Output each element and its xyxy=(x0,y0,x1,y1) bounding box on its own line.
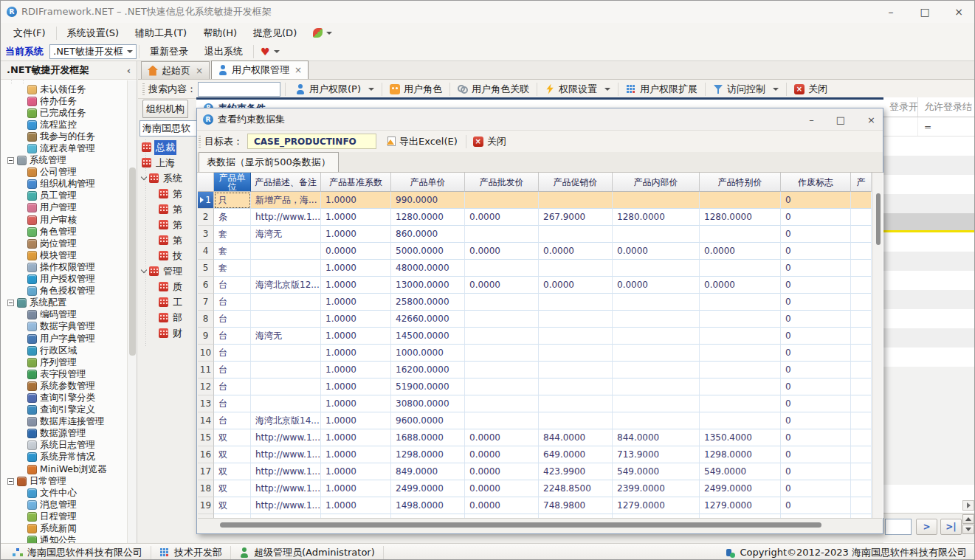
grid-cell[interactable]: 0 xyxy=(781,378,851,395)
grid-cell[interactable]: http://www.1... xyxy=(251,463,321,480)
grid-cell[interactable] xyxy=(613,395,700,412)
pager-spin-up-button[interactable] xyxy=(962,514,974,524)
grid-cell[interactable]: 台 xyxy=(214,345,251,362)
grid-cell[interactable] xyxy=(465,260,539,277)
grid-cell[interactable] xyxy=(251,395,321,412)
grid-cell[interactable]: 1.0000 xyxy=(321,412,391,429)
grid-cell[interactable] xyxy=(613,294,700,311)
grid-cell[interactable]: 1.0000 xyxy=(321,277,391,294)
grid-cell[interactable] xyxy=(539,311,613,328)
grid-cell[interactable] xyxy=(539,192,613,209)
grid-cell[interactable] xyxy=(851,362,872,378)
grid-cell[interactable] xyxy=(851,429,872,446)
sidebar-tree-item[interactable]: 未认领任务 xyxy=(1,83,127,95)
grid-cell[interactable]: 1.0000 xyxy=(321,480,391,497)
grid-row-indicator[interactable]: 2 xyxy=(198,209,214,226)
org-structure-tab[interactable]: 组织机构 xyxy=(142,100,188,118)
grid-cell[interactable]: 13000.0000 xyxy=(391,277,465,294)
grid-column-header[interactable]: 产品特别价 xyxy=(700,173,781,192)
grid-cell[interactable]: 2399.0000 xyxy=(613,480,700,497)
grid-cell[interactable] xyxy=(539,395,613,412)
grid-row[interactable]: 7台1.000025800.00000 xyxy=(198,294,883,311)
grid-cell[interactable] xyxy=(465,226,539,243)
grid-cell[interactable]: 0 xyxy=(781,277,851,294)
grid-row[interactable]: 10台1.00001000.00000 xyxy=(198,345,883,362)
grid-cell[interactable]: 549.0000 xyxy=(613,463,700,480)
grid-cell[interactable]: 1.0000 xyxy=(321,260,391,277)
grid-row[interactable]: 8台1.000042660.00000 xyxy=(198,311,883,328)
grid-cell[interactable]: 48000.0000 xyxy=(391,260,465,277)
sidebar-tree-item[interactable]: 系统异常情况 xyxy=(1,452,127,463)
grid-cell[interactable]: 套 xyxy=(214,260,251,277)
grid-cell[interactable] xyxy=(851,345,872,362)
grid-cell[interactable]: 新增产品，海... xyxy=(251,192,321,209)
grid-row[interactable]: 1只新增产品，海...1.0000990.00000 xyxy=(198,192,883,209)
org-tree-item[interactable]: 系统 xyxy=(139,170,197,186)
grid-row-indicator[interactable]: 15 xyxy=(198,429,214,446)
pager-last-button[interactable]: >| xyxy=(940,519,962,535)
org-tree-item[interactable]: 第 xyxy=(139,201,197,217)
grid-cell[interactable]: 1000.0000 xyxy=(391,345,465,362)
exit-system-button[interactable]: 退出系统 xyxy=(196,42,251,61)
grid-cell[interactable]: 0.0000 xyxy=(700,277,781,294)
sidebar-tree-item[interactable]: 系统配置 xyxy=(1,297,127,309)
grid-cell[interactable]: 0 xyxy=(781,446,851,463)
grid-row-indicator[interactable]: 9 xyxy=(198,328,214,345)
grid-cell[interactable]: 1279.0000 xyxy=(613,497,700,514)
org-tree-item[interactable]: 部 xyxy=(139,310,197,325)
org-tree-item[interactable]: 管理 xyxy=(139,263,197,279)
grid-cell[interactable]: 海湾北京版12... xyxy=(251,277,321,294)
org-tree-item[interactable]: 第 xyxy=(139,232,197,248)
sidebar-tree-item[interactable]: 数据字典管理 xyxy=(1,321,127,333)
grid-row-indicator[interactable]: 5 xyxy=(198,260,214,277)
grid-cell[interactable]: 台 xyxy=(214,294,251,311)
grid-cell[interactable]: 套 xyxy=(214,226,251,243)
grid-cell[interactable] xyxy=(465,294,539,311)
grid-row[interactable]: 12台1.000051900.00000 xyxy=(198,378,883,395)
grid-row-indicator[interactable]: 4 xyxy=(198,243,214,260)
org-tree-item[interactable]: 第 xyxy=(139,217,197,232)
grid-hscroll-thumb[interactable] xyxy=(220,522,821,528)
grid-cell[interactable]: 549.0000 xyxy=(700,463,781,480)
grid-cell[interactable]: 海湾北京版14... xyxy=(251,412,321,429)
grid-cell[interactable]: 849.0000 xyxy=(391,463,465,480)
org-tree-item[interactable]: 质 xyxy=(139,279,197,294)
grid-cell[interactable]: 台 xyxy=(214,277,251,294)
grid-column-header[interactable]: 产品批发价 xyxy=(465,173,539,192)
sidebar-tree-item[interactable]: 用户审核 xyxy=(1,214,127,226)
grid-cell[interactable] xyxy=(613,362,700,378)
grid-cell[interactable]: 0.0000 xyxy=(321,243,391,260)
bg-hscroll-right-arrow[interactable] xyxy=(962,500,974,511)
grid-cell[interactable] xyxy=(700,192,781,209)
grid-cell[interactable]: 1.0000 xyxy=(321,226,391,243)
dialog-minimize-button[interactable]: – xyxy=(809,114,814,125)
toolbar-button-1[interactable]: 用户权限(P) xyxy=(290,81,379,97)
grid-cell[interactable] xyxy=(465,395,539,412)
grid-vertical-scrollbar[interactable] xyxy=(872,173,883,518)
grid-row[interactable]: 3套海湾无1.0000860.00000 xyxy=(198,226,883,243)
grid-cell[interactable] xyxy=(851,226,872,243)
chevron-expanded-icon[interactable] xyxy=(141,174,147,180)
grid-cell[interactable]: 台 xyxy=(214,311,251,328)
window-minimize-button[interactable]: – xyxy=(874,1,908,23)
grid-cell[interactable]: 1280.0000 xyxy=(700,209,781,226)
pager-spin-down-button[interactable] xyxy=(962,525,974,534)
grid-row[interactable]: 5套1.000048000.00000 xyxy=(198,260,883,277)
grid-cell[interactable]: 0.0000 xyxy=(465,429,539,446)
grid-cell[interactable] xyxy=(851,480,872,497)
grid-cell[interactable] xyxy=(851,497,872,514)
sidebar-tree-item[interactable]: 岗位管理 xyxy=(1,238,127,249)
grid-row[interactable]: 11台1.000016200.00000 xyxy=(198,362,883,378)
tab-close-icon[interactable]: × xyxy=(196,66,203,76)
grid-cell[interactable] xyxy=(613,328,700,345)
toolbar-button-4[interactable]: 权限设置 xyxy=(540,81,616,97)
grid-cell[interactable] xyxy=(851,260,872,277)
grid-cell[interactable]: 1.0000 xyxy=(321,497,391,514)
grid-cell[interactable] xyxy=(613,378,700,395)
grid-cell[interactable]: 1298.0000 xyxy=(700,446,781,463)
window-close-button[interactable]: × xyxy=(942,1,975,23)
grid-cell[interactable] xyxy=(851,463,872,480)
sidebar-tree-item[interactable]: 流程表单管理 xyxy=(1,142,127,154)
sidebar-tree-item[interactable]: 已完成任务 xyxy=(1,107,127,119)
grid-cell[interactable] xyxy=(251,378,321,395)
